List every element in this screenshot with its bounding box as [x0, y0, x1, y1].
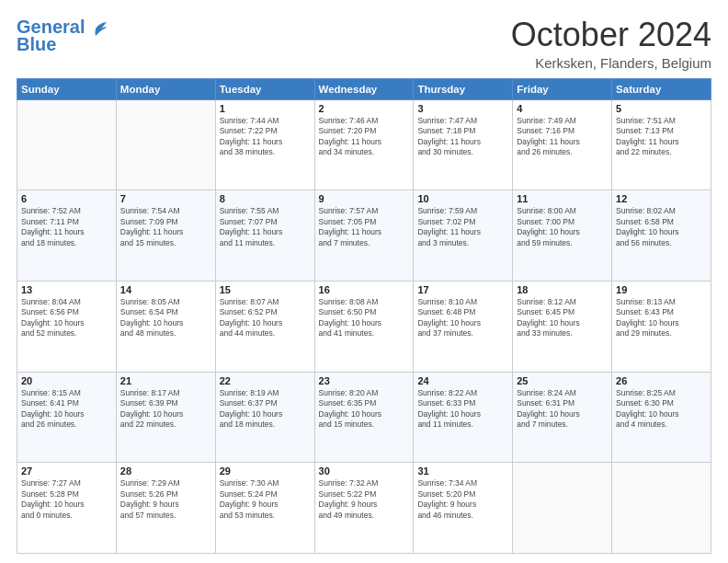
day-number: 2 [319, 103, 410, 114]
day-info: Sunrise: 7:30 AM Sunset: 5:24 PM Dayligh… [220, 478, 311, 521]
calendar-cell: 20Sunrise: 8:15 AM Sunset: 6:41 PM Dayli… [17, 372, 117, 463]
day-number: 28 [120, 465, 211, 477]
calendar-page: General Blue October 2024 Kerksken, Flan… [0, 0, 728, 563]
calendar-cell: 9Sunrise: 7:57 AM Sunset: 7:05 PM Daylig… [314, 190, 414, 282]
day-number: 31 [417, 465, 508, 477]
calendar-cell: 28Sunrise: 7:29 AM Sunset: 5:26 PM Dayli… [116, 463, 215, 554]
calendar-cell: 29Sunrise: 7:30 AM Sunset: 5:24 PM Dayli… [215, 463, 314, 554]
calendar-cell: 19Sunrise: 8:13 AM Sunset: 6:43 PM Dayli… [612, 281, 711, 372]
day-number: 6 [21, 193, 112, 204]
weekday-header-friday: Friday [513, 78, 612, 99]
day-number: 17 [417, 284, 508, 295]
logo-bird-icon [86, 21, 107, 36]
day-info: Sunrise: 8:08 AM Sunset: 6:50 PM Dayligh… [319, 297, 410, 339]
calendar-cell: 1Sunrise: 7:44 AM Sunset: 7:22 PM Daylig… [215, 99, 314, 190]
calendar-cell: 6Sunrise: 7:52 AM Sunset: 7:11 PM Daylig… [17, 190, 117, 282]
logo: General Blue [17, 17, 107, 55]
day-info: Sunrise: 7:46 AM Sunset: 7:20 PM Dayligh… [319, 116, 410, 158]
logo-blue: Blue [17, 34, 56, 55]
weekday-header-wednesday: Wednesday [314, 78, 414, 99]
calendar-cell [513, 463, 612, 554]
day-number: 26 [616, 375, 707, 386]
day-info: Sunrise: 7:55 AM Sunset: 7:07 PM Dayligh… [220, 206, 311, 248]
calendar-cell: 11Sunrise: 8:00 AM Sunset: 7:00 PM Dayli… [513, 190, 612, 282]
day-info: Sunrise: 7:32 AM Sunset: 5:22 PM Dayligh… [319, 478, 410, 521]
calendar-cell: 5Sunrise: 7:51 AM Sunset: 7:13 PM Daylig… [612, 99, 711, 190]
calendar-cell: 22Sunrise: 8:19 AM Sunset: 6:37 PM Dayli… [215, 372, 314, 463]
calendar-cell: 3Sunrise: 7:47 AM Sunset: 7:18 PM Daylig… [414, 99, 513, 190]
day-number: 25 [517, 375, 608, 386]
calendar-cell: 27Sunrise: 7:27 AM Sunset: 5:28 PM Dayli… [17, 463, 117, 554]
day-info: Sunrise: 8:13 AM Sunset: 6:43 PM Dayligh… [616, 297, 707, 339]
calendar-cell: 15Sunrise: 8:07 AM Sunset: 6:52 PM Dayli… [215, 281, 314, 372]
day-number: 29 [220, 465, 311, 477]
calendar-cell: 25Sunrise: 8:24 AM Sunset: 6:31 PM Dayli… [513, 372, 612, 463]
calendar-cell: 18Sunrise: 8:12 AM Sunset: 6:45 PM Dayli… [513, 281, 612, 372]
day-info: Sunrise: 8:20 AM Sunset: 6:35 PM Dayligh… [319, 388, 410, 431]
calendar-cell: 13Sunrise: 8:04 AM Sunset: 6:56 PM Dayli… [17, 281, 117, 372]
weekday-header-row: SundayMondayTuesdayWednesdayThursdayFrid… [17, 78, 711, 99]
day-info: Sunrise: 7:57 AM Sunset: 7:05 PM Dayligh… [319, 206, 410, 248]
day-info: Sunrise: 8:19 AM Sunset: 6:37 PM Dayligh… [220, 388, 311, 431]
day-number: 3 [417, 103, 508, 114]
day-number: 12 [616, 193, 707, 204]
day-info: Sunrise: 8:02 AM Sunset: 6:58 PM Dayligh… [616, 206, 707, 248]
header: General Blue October 2024 Kerksken, Flan… [17, 17, 711, 71]
calendar-cell: 17Sunrise: 8:10 AM Sunset: 6:48 PM Dayli… [414, 281, 513, 372]
day-info: Sunrise: 8:04 AM Sunset: 6:56 PM Dayligh… [21, 297, 112, 339]
day-info: Sunrise: 7:27 AM Sunset: 5:28 PM Dayligh… [21, 478, 112, 521]
day-info: Sunrise: 7:47 AM Sunset: 7:18 PM Dayligh… [417, 116, 508, 158]
day-number: 11 [517, 193, 608, 204]
day-number: 10 [417, 193, 508, 204]
calendar-cell: 31Sunrise: 7:34 AM Sunset: 5:20 PM Dayli… [414, 463, 513, 554]
day-number: 30 [319, 465, 410, 477]
day-info: Sunrise: 8:05 AM Sunset: 6:54 PM Dayligh… [120, 297, 211, 339]
weekday-header-saturday: Saturday [612, 78, 711, 99]
calendar-cell: 12Sunrise: 8:02 AM Sunset: 6:58 PM Dayli… [612, 190, 711, 282]
calendar-cell: 2Sunrise: 7:46 AM Sunset: 7:20 PM Daylig… [314, 99, 414, 190]
weekday-header-tuesday: Tuesday [215, 78, 314, 99]
calendar-cell [116, 99, 215, 190]
calendar-cell [17, 99, 117, 190]
day-info: Sunrise: 8:25 AM Sunset: 6:30 PM Dayligh… [616, 388, 707, 431]
day-info: Sunrise: 7:59 AM Sunset: 7:02 PM Dayligh… [417, 206, 508, 248]
day-number: 5 [616, 103, 707, 114]
day-number: 15 [220, 284, 311, 295]
day-number: 9 [319, 193, 410, 204]
calendar-body: 1Sunrise: 7:44 AM Sunset: 7:22 PM Daylig… [17, 99, 711, 553]
day-info: Sunrise: 8:17 AM Sunset: 6:39 PM Dayligh… [120, 388, 211, 431]
calendar-cell [612, 463, 711, 554]
day-info: Sunrise: 7:29 AM Sunset: 5:26 PM Dayligh… [120, 478, 211, 521]
day-info: Sunrise: 8:12 AM Sunset: 6:45 PM Dayligh… [517, 297, 608, 339]
day-info: Sunrise: 8:10 AM Sunset: 6:48 PM Dayligh… [417, 297, 508, 339]
day-number: 13 [21, 284, 112, 295]
day-info: Sunrise: 7:49 AM Sunset: 7:16 PM Dayligh… [517, 116, 608, 158]
calendar-cell: 14Sunrise: 8:05 AM Sunset: 6:54 PM Dayli… [116, 281, 215, 372]
day-number: 8 [220, 193, 311, 204]
calendar-cell: 4Sunrise: 7:49 AM Sunset: 7:16 PM Daylig… [513, 99, 612, 190]
calendar-cell: 21Sunrise: 8:17 AM Sunset: 6:39 PM Dayli… [116, 372, 215, 463]
day-number: 27 [21, 465, 112, 477]
calendar-cell: 26Sunrise: 8:25 AM Sunset: 6:30 PM Dayli… [612, 372, 711, 463]
day-number: 21 [120, 375, 211, 386]
day-number: 4 [517, 103, 608, 114]
day-number: 14 [120, 284, 211, 295]
day-number: 1 [220, 103, 311, 114]
day-info: Sunrise: 7:44 AM Sunset: 7:22 PM Dayligh… [220, 116, 311, 158]
calendar-cell: 7Sunrise: 7:54 AM Sunset: 7:09 PM Daylig… [116, 190, 215, 282]
day-info: Sunrise: 7:52 AM Sunset: 7:11 PM Dayligh… [21, 206, 112, 248]
title-area: October 2024 Kerksken, Flanders, Belgium [511, 17, 711, 71]
calendar-cell: 23Sunrise: 8:20 AM Sunset: 6:35 PM Dayli… [314, 372, 414, 463]
calendar-cell: 8Sunrise: 7:55 AM Sunset: 7:07 PM Daylig… [215, 190, 314, 282]
day-number: 16 [319, 284, 410, 295]
calendar-header: SundayMondayTuesdayWednesdayThursdayFrid… [17, 78, 711, 99]
weekday-header-thursday: Thursday [414, 78, 513, 99]
day-number: 24 [417, 375, 508, 386]
day-number: 23 [319, 375, 410, 386]
day-number: 7 [120, 193, 211, 204]
calendar-week-row: 1Sunrise: 7:44 AM Sunset: 7:22 PM Daylig… [17, 99, 711, 190]
day-info: Sunrise: 8:00 AM Sunset: 7:00 PM Dayligh… [517, 206, 608, 248]
location: Kerksken, Flanders, Belgium [511, 55, 711, 71]
day-info: Sunrise: 8:07 AM Sunset: 6:52 PM Dayligh… [220, 297, 311, 339]
weekday-header-monday: Monday [116, 78, 215, 99]
